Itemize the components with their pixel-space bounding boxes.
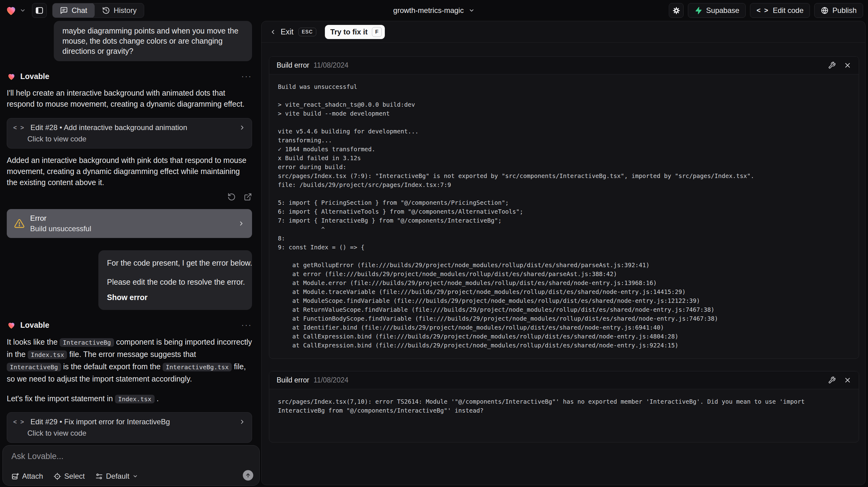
assistant-intro-text: I'll help create an interactive backgrou… bbox=[7, 87, 252, 110]
error-date: 11/08/2024 bbox=[313, 376, 348, 384]
supabase-button[interactable]: Supabase bbox=[688, 3, 746, 18]
restore-version-icon[interactable] bbox=[227, 193, 236, 201]
inline-code: InteractiveBg bbox=[60, 338, 114, 347]
tab-history[interactable]: History bbox=[95, 3, 144, 18]
assistant-message-header: Lovable ··· bbox=[7, 72, 252, 81]
code-brackets-icon: < > bbox=[13, 124, 25, 131]
build-console-output: Build was unsuccessful > vite_react_shad… bbox=[269, 74, 859, 359]
chevron-left-icon[interactable] bbox=[270, 29, 276, 35]
show-error-link[interactable]: Show error bbox=[107, 292, 243, 303]
assistant-diagnosis-text: It looks like the InteractiveBg componen… bbox=[7, 336, 252, 385]
arrow-up-icon bbox=[245, 472, 251, 478]
assistant-message-header: Lovable ··· bbox=[7, 321, 252, 330]
attach-label: Attach bbox=[22, 472, 43, 481]
logo-menu-chevron-down-icon[interactable] bbox=[20, 7, 26, 13]
lovable-heart-icon bbox=[7, 321, 16, 330]
edit-card-29[interactable]: < > Edit #29 • Fix import error for Inte… bbox=[7, 412, 252, 443]
message-actions bbox=[7, 193, 252, 201]
user-message-bubble: For the code present, I get the error be… bbox=[98, 250, 252, 310]
assistant-fix-text: Let's fix the import statement in Index.… bbox=[7, 393, 252, 405]
edit-code-button[interactable]: < > Edit code bbox=[750, 3, 810, 18]
user-message-bubble: maybe diagramming points and when you mo… bbox=[54, 21, 252, 61]
attach-image-icon bbox=[11, 473, 19, 480]
inline-code: Index.tsx bbox=[28, 351, 67, 359]
code-brackets-icon: < > bbox=[13, 419, 25, 426]
build-error-card-1: Build error 11/08/2024 Build was unsucce… bbox=[269, 56, 859, 359]
try-to-fix-button[interactable]: Try to fix it F bbox=[325, 25, 385, 39]
exit-button[interactable]: Exit bbox=[281, 27, 293, 36]
inline-code: InteractiveBg.tsx bbox=[163, 363, 232, 371]
select-button[interactable]: Select bbox=[54, 472, 85, 481]
globe-icon bbox=[821, 6, 829, 14]
project-chevron-down-icon bbox=[469, 7, 475, 13]
top-bar: Chat History growth-metrics-magic bbox=[0, 0, 868, 21]
open-preview-icon[interactable] bbox=[244, 193, 252, 201]
chat-input[interactable] bbox=[11, 452, 208, 464]
fix-wrench-button[interactable] bbox=[828, 376, 836, 384]
chevron-right-icon bbox=[239, 419, 246, 425]
chat-input-box: Attach Select Default bbox=[2, 445, 260, 486]
try-to-fix-label: Try to fix it bbox=[331, 28, 368, 36]
edit-card-subtitle: Click to view code bbox=[27, 135, 246, 143]
publish-button[interactable]: Publish bbox=[814, 3, 863, 18]
chevron-right-icon bbox=[238, 220, 245, 227]
attach-button[interactable]: Attach bbox=[11, 472, 43, 481]
history-clock-icon bbox=[102, 6, 110, 14]
user-message-line: Please edit the code to resolve the erro… bbox=[107, 277, 243, 287]
try-to-fix-panel: Exit ESC Try to fix it F Build error 11/… bbox=[261, 21, 866, 485]
input-toolbar: Attach Select Default bbox=[11, 472, 138, 481]
message-menu-button[interactable]: ··· bbox=[241, 72, 252, 81]
assistant-name: Lovable bbox=[20, 321, 49, 330]
sliders-icon bbox=[95, 473, 103, 480]
assistant-name: Lovable bbox=[20, 72, 49, 81]
error-date: 11/08/2024 bbox=[313, 61, 348, 69]
error-title: Build error bbox=[277, 61, 309, 69]
edit-card-title: Edit #28 • Add interactive background an… bbox=[30, 123, 187, 132]
error-card-header: Build error 11/08/2024 bbox=[269, 371, 859, 389]
tab-chat-label: Chat bbox=[72, 6, 87, 15]
select-label: Select bbox=[64, 472, 85, 481]
mode-label: Default bbox=[106, 472, 129, 481]
supabase-label: Supabase bbox=[706, 6, 739, 15]
fix-panel-header: Exit ESC Try to fix it F bbox=[261, 21, 865, 43]
build-console-output: src/pages/Index.tsx(7,10): error TS2614:… bbox=[269, 389, 859, 442]
inline-code: Index.tsx bbox=[115, 395, 154, 403]
esc-key-badge: ESC bbox=[299, 28, 316, 36]
send-button[interactable] bbox=[243, 470, 253, 481]
edit-card-subtitle: Click to view code bbox=[27, 429, 246, 437]
close-icon[interactable] bbox=[844, 376, 851, 384]
tab-history-label: History bbox=[114, 6, 137, 15]
sidebar-toggle-button[interactable] bbox=[32, 3, 47, 18]
code-brackets-icon: < > bbox=[756, 6, 769, 14]
build-error-card[interactable]: Error Build unsuccessful bbox=[7, 209, 252, 238]
publish-label: Publish bbox=[832, 6, 857, 15]
f-key-badge: F bbox=[372, 27, 382, 37]
chevron-right-icon bbox=[239, 124, 246, 131]
user-message-text: maybe diagramming points and when you mo… bbox=[62, 26, 243, 56]
error-card-title: Error bbox=[30, 214, 91, 222]
chat-panel: maybe diagramming points and when you mo… bbox=[0, 21, 261, 487]
error-card-subtitle: Build unsuccessful bbox=[30, 224, 91, 233]
tab-chat[interactable]: Chat bbox=[53, 3, 95, 18]
edit-code-label: Edit code bbox=[773, 6, 803, 15]
chat-history-segmented-control: Chat History bbox=[52, 3, 144, 18]
supabase-bolt-icon bbox=[694, 6, 702, 14]
close-icon[interactable] bbox=[844, 61, 851, 69]
error-title: Build error bbox=[277, 376, 309, 384]
user-message-line: For the code present, I get the error be… bbox=[107, 257, 243, 268]
assistant-summary-text: Added an interactive background with pin… bbox=[7, 155, 252, 188]
build-error-card-2: Build error 11/08/2024 src/pages/Index.t… bbox=[269, 371, 859, 443]
lovable-logo-icon bbox=[5, 5, 17, 16]
settings-button[interactable] bbox=[669, 3, 684, 18]
edit-card-title: Edit #29 • Fix import error for Interact… bbox=[30, 418, 170, 426]
lovable-heart-icon bbox=[7, 72, 16, 81]
project-name: growth-metrics-magic bbox=[393, 6, 464, 15]
error-card-header: Build error 11/08/2024 bbox=[269, 57, 859, 74]
message-menu-button[interactable]: ··· bbox=[241, 321, 252, 330]
chat-bubble-icon bbox=[60, 6, 68, 14]
crosshair-icon bbox=[54, 473, 61, 480]
mode-dropdown[interactable]: Default bbox=[95, 472, 138, 481]
project-selector[interactable]: growth-metrics-magic bbox=[393, 6, 474, 15]
fix-wrench-button[interactable] bbox=[828, 61, 836, 69]
edit-card-28[interactable]: < > Edit #28 • Add interactive backgroun… bbox=[7, 118, 252, 149]
